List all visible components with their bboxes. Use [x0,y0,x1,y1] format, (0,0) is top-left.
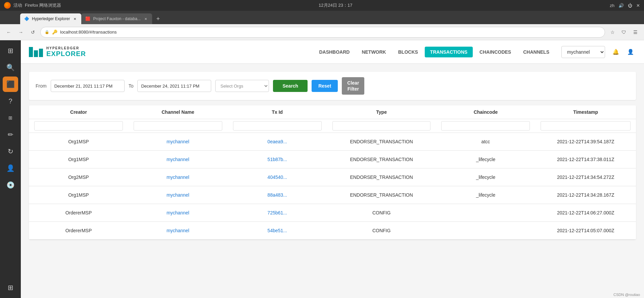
table-header-row: Creator Channel Name Tx Id Type Chaincod… [29,105,636,119]
nav-network[interactable]: NETWORK [356,47,391,57]
os-left: 活动 Firefox 网络浏览器 [4,2,61,9]
cell-type-5: CONFIG [327,222,436,240]
channel-link-4[interactable]: mychannel [167,210,189,215]
filter-type-input[interactable] [332,121,431,131]
col-type: Type [327,105,436,119]
cell-timestamp-0: 2021-12-22T14:39:54.187Z [535,133,636,151]
filter-channel-cell [128,119,228,133]
col-chaincode: Chaincode [436,105,535,119]
cell-creator-1: Org1MSP [29,151,128,168]
tab2-close-button[interactable]: ✕ [143,16,148,21]
cell-creator-3: Org1MSP [29,186,128,204]
nav-chaincodes[interactable]: CHAINCODES [474,47,516,57]
sidebar-item-extensions[interactable]: ⬛ [3,77,18,92]
sidebar-item-apps[interactable]: ⊞ [3,110,18,126]
forward-button[interactable]: → [16,28,26,37]
cell-chaincode-4 [436,204,535,222]
filter-channel-input[interactable] [134,121,222,131]
tab1-favicon: 🔷 [24,16,29,21]
refresh-button[interactable]: ↺ [28,28,38,37]
nav-transactions[interactable]: TRANSACTIONS [425,47,473,57]
txid-link-3[interactable]: 88a483... [268,192,287,198]
cell-creator-4: OrdererMSP [29,204,128,222]
filter-timestamp-input[interactable] [541,121,631,131]
cell-txid-2: 404540... [228,168,327,186]
col-creator: Creator [29,105,128,119]
cell-txid-0: 0eaea9... [228,133,327,151]
cell-creator-5: OrdererMSP [29,222,128,240]
lang-label: zh [610,3,614,8]
channel-link-2[interactable]: mychannel [167,175,189,180]
clear-filter-button[interactable]: ClearFilter [342,77,364,95]
filter-timestamp-cell [535,119,636,133]
address-bar[interactable]: 🔒 🔑 localhost:8080/#/transactions [40,27,605,38]
notification-bell-icon[interactable]: 🔔 [610,47,621,57]
tab1-close-button[interactable]: ✕ [73,16,77,21]
tab-hyperledger-explorer[interactable]: 🔷 Hyperledger Explorer ✕ [20,13,81,24]
filter-txid-input[interactable] [233,121,322,131]
channel-link-5[interactable]: mychannel [167,228,189,233]
txid-link-4[interactable]: 725b61... [268,210,287,215]
col-channel-name: Channel Name [128,105,228,119]
txid-link-1[interactable]: 51b87b... [268,157,287,162]
tab-project-fauxton[interactable]: 🟥 Project Fauxton - databa... ✕ [81,13,152,24]
back-button[interactable]: ← [4,28,13,37]
table-body: Org1MSP mychannel 0eaea9... ENDORSER_TRA… [29,133,636,240]
orgs-selector[interactable]: Select Orgs [215,80,269,92]
os-right: zh 🔊 ⏻ ✕ [610,3,640,8]
cell-type-3: ENDORSER_TRANSACTION [327,186,436,204]
txid-link-5[interactable]: 54be51... [268,228,287,233]
user-avatar-icon[interactable]: 👤 [625,47,636,57]
sidebar-item-help[interactable]: ? [3,93,18,109]
filter-chaincode-input[interactable] [441,121,530,131]
bookmark-button[interactable]: ☆ [608,28,617,37]
filter-txid-cell [228,119,327,133]
address-text: localhost:8080/#/transactions [60,30,117,35]
table-row: Org2MSP mychannel 404540... ENDORSER_TRA… [29,168,636,186]
filter-creator-input[interactable] [34,121,123,131]
reset-button[interactable]: Reset [312,80,338,92]
cell-txid-1: 51b87b... [228,151,327,168]
sidebar-item-files[interactable]: ⊞ [3,43,18,58]
col-tx-id: Tx Id [228,105,327,119]
channel-selector[interactable]: mychannel [561,46,605,58]
power-icon: ⏻ [628,3,632,8]
sidebar-item-grid[interactable]: ⊞ [3,280,18,295]
filter-creator-cell [29,119,128,133]
table-row: OrdererMSP mychannel 54be51... CONFIG 20… [29,222,636,240]
sidebar-item-update[interactable]: ↻ [3,144,18,159]
bottom-right-label: CSDN @routiao [613,293,640,297]
to-date-input[interactable] [137,80,211,92]
nav-dashboard[interactable]: DASHBOARD [314,47,355,57]
sidebar-item-profile[interactable]: 👤 [3,160,18,176]
channel-link-0[interactable]: mychannel [167,139,189,144]
new-tab-button[interactable]: + [153,14,163,23]
channel-link-1[interactable]: mychannel [167,157,189,162]
sidebar-item-dvd[interactable]: 💿 [3,177,18,193]
app-layout: ⊞ 🔍 ⬛ ? ⊞ ✏ ↻ 👤 💿 ⊞ HYPERLEDGER EXPLORER [0,40,644,298]
cell-channel-1: mychannel [128,151,228,168]
transactions-table: Creator Channel Name Tx Id Type Chaincod… [29,105,636,240]
from-date-input[interactable] [51,80,125,92]
filter-type-cell [327,119,436,133]
search-button[interactable]: Search [273,80,308,92]
os-bar: 活动 Firefox 网络浏览器 12月24日 23：17 zh 🔊 ⏻ ✕ [0,0,644,11]
cell-channel-0: mychannel [128,133,228,151]
lock-icon: 🔒 [45,30,49,34]
cell-type-4: CONFIG [327,204,436,222]
nav-blocks[interactable]: BLOCKS [393,47,423,57]
txid-link-0[interactable]: 0eaea9... [268,139,287,144]
menu-button[interactable]: ☰ [631,28,640,37]
nav-channels[interactable]: CHANNELS [518,47,555,57]
shield-button[interactable]: 🛡 [619,28,629,37]
channel-link-3[interactable]: mychannel [167,192,189,198]
logo-hyperledger-text: HYPERLEDGER [46,46,86,50]
table-row: Org1MSP mychannel 51b87b... ENDORSER_TRA… [29,151,636,168]
cell-chaincode-0: atcc [436,133,535,151]
cell-channel-2: mychannel [128,168,228,186]
txid-link-2[interactable]: 404540... [268,175,287,180]
sidebar-item-search[interactable]: 🔍 [3,60,18,75]
sidebar-item-edit[interactable]: ✏ [3,127,18,142]
cell-timestamp-4: 2021-12-22T14:06:27.000Z [535,204,636,222]
tab2-label: Project Fauxton - databa... [93,16,140,21]
